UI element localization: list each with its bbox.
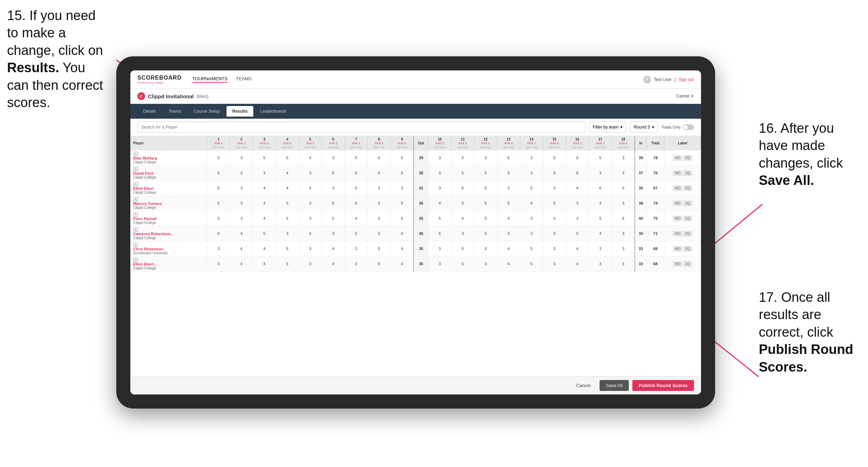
score-hole-7-row-6[interactable]: 3 (345, 241, 367, 256)
back-hole-11-row-6[interactable]: 5 (451, 241, 474, 256)
score-hole-9-row-0[interactable]: 5 (390, 150, 414, 166)
back-hole-18-row-6[interactable]: 3 (612, 241, 635, 256)
tab-course-setup[interactable]: Course Setup (188, 106, 225, 117)
back-hole-15-row-0[interactable]: 5 (543, 150, 566, 166)
back-hole-14-row-4[interactable]: 3 (520, 211, 543, 226)
dq-button-row-2[interactable]: DQ (683, 186, 692, 191)
score-hole-3-row-2[interactable]: 4 (253, 181, 276, 196)
score-hole-8-row-1[interactable]: 4 (367, 166, 390, 181)
back-hole-10-row-5[interactable]: 6 (428, 226, 451, 241)
score-hole-8-row-0[interactable]: 6 (367, 150, 390, 166)
tab-teams[interactable]: Teams (163, 106, 187, 117)
back-hole-18-row-3[interactable]: 3 (612, 196, 635, 211)
back-hole-10-row-3[interactable]: 4 (428, 196, 451, 211)
back-hole-13-row-7[interactable]: 4 (497, 256, 520, 272)
score-hole-5-row-3[interactable]: 3 (299, 196, 322, 211)
back-hole-11-row-5[interactable]: 3 (451, 226, 474, 241)
back-hole-12-row-7[interactable]: 3 (474, 256, 497, 272)
back-hole-15-row-2[interactable]: 3 (543, 181, 566, 196)
score-hole-3-row-0[interactable]: 5 (253, 150, 276, 166)
back-hole-14-row-6[interactable]: 5 (520, 241, 543, 256)
wd-button-row-7[interactable]: WD (673, 261, 682, 267)
back-hole-16-row-3[interactable]: 3 (566, 196, 589, 211)
back-hole-10-row-6[interactable]: 3 (428, 241, 451, 256)
dq-button-row-5[interactable]: DQ (683, 231, 692, 236)
back-hole-13-row-4[interactable]: 4 (497, 211, 520, 226)
score-hole-1-row-7[interactable]: 3 (207, 256, 230, 272)
cancel-button[interactable]: Cancel (571, 380, 596, 391)
back-hole-18-row-4[interactable]: 6 (612, 211, 635, 226)
back-hole-17-row-6[interactable]: 3 (589, 241, 612, 256)
back-hole-16-row-6[interactable]: 4 (566, 241, 589, 256)
back-hole-12-row-6[interactable]: 3 (474, 241, 497, 256)
score-hole-7-row-0[interactable]: 5 (345, 150, 367, 166)
dq-button-row-6[interactable]: DQ (683, 246, 692, 251)
score-hole-1-row-2[interactable]: 5 (207, 181, 230, 196)
dq-button-row-1[interactable]: DQ (683, 170, 692, 176)
score-hole-9-row-6[interactable]: 4 (390, 241, 414, 256)
score-hole-2-row-0[interactable]: 3 (230, 150, 253, 166)
score-hole-5-row-1[interactable]: 3 (299, 166, 322, 181)
wd-button-row-6[interactable]: WD (673, 246, 682, 251)
wd-button-row-3[interactable]: WD (673, 201, 682, 206)
score-hole-3-row-4[interactable]: 4 (253, 211, 276, 226)
dq-button-row-7[interactable]: DQ (683, 261, 692, 267)
back-hole-11-row-4[interactable]: 4 (451, 211, 474, 226)
back-hole-12-row-4[interactable]: 5 (474, 211, 497, 226)
wd-button-row-0[interactable]: WD (673, 155, 682, 161)
back-hole-15-row-1[interactable]: 5 (543, 166, 566, 181)
back-hole-12-row-0[interactable]: 3 (474, 150, 497, 166)
back-hole-15-row-4[interactable]: 4 (543, 211, 566, 226)
score-hole-6-row-4[interactable]: 5 (322, 211, 345, 226)
score-hole-6-row-3[interactable]: 5 (322, 196, 345, 211)
back-hole-13-row-3[interactable]: 5 (497, 196, 520, 211)
back-hole-12-row-2[interactable]: 5 (474, 181, 497, 196)
tab-leaderboards[interactable]: Leaderboards (255, 106, 292, 117)
back-hole-10-row-4[interactable]: 5 (428, 211, 451, 226)
score-hole-4-row-7[interactable]: 5 (276, 256, 299, 272)
back-hole-14-row-2[interactable]: 5 (520, 181, 543, 196)
back-hole-17-row-5[interactable]: 4 (589, 226, 612, 241)
score-hole-4-row-2[interactable]: 4 (276, 181, 299, 196)
back-hole-10-row-1[interactable]: 3 (428, 166, 451, 181)
back-hole-16-row-5[interactable]: 5 (566, 226, 589, 241)
score-hole-2-row-6[interactable]: 4 (230, 241, 253, 256)
wd-button-row-2[interactable]: WD (673, 186, 682, 191)
back-hole-11-row-3[interactable]: 5 (451, 196, 474, 211)
score-hole-6-row-7[interactable]: 4 (322, 256, 345, 272)
back-hole-13-row-0[interactable]: 6 (497, 150, 520, 166)
back-hole-15-row-6[interactable]: 3 (543, 241, 566, 256)
nav-link-tournaments[interactable]: TOURNAMENTS (192, 76, 228, 83)
dq-button-row-0[interactable]: DQ (683, 155, 692, 161)
score-hole-5-row-0[interactable]: 4 (299, 150, 322, 166)
score-hole-5-row-7[interactable]: 3 (299, 256, 322, 272)
score-hole-7-row-1[interactable]: 6 (345, 166, 367, 181)
back-hole-14-row-7[interactable]: 5 (520, 256, 543, 272)
back-hole-15-row-5[interactable]: 3 (543, 226, 566, 241)
score-hole-1-row-1[interactable]: 6 (207, 166, 230, 181)
score-hole-8-row-3[interactable]: 3 (367, 196, 390, 211)
back-hole-14-row-1[interactable]: 3 (520, 166, 543, 181)
nav-link-teams[interactable]: TEAMS (236, 76, 252, 83)
score-hole-8-row-7[interactable]: 5 (367, 256, 390, 272)
back-hole-18-row-1[interactable]: 3 (612, 166, 635, 181)
score-hole-7-row-5[interactable]: 5 (345, 226, 367, 241)
score-hole-1-row-4[interactable]: 3 (207, 211, 230, 226)
score-hole-5-row-6[interactable]: 3 (299, 241, 322, 256)
score-hole-7-row-2[interactable]: 5 (345, 181, 367, 196)
score-hole-1-row-6[interactable]: 3 (207, 241, 230, 256)
score-hole-9-row-5[interactable]: 4 (390, 226, 414, 241)
score-hole-4-row-6[interactable]: 5 (276, 241, 299, 256)
score-hole-9-row-3[interactable]: 5 (390, 196, 414, 211)
back-hole-16-row-7[interactable]: 4 (566, 256, 589, 272)
score-hole-2-row-4[interactable]: 3 (230, 211, 253, 226)
back-hole-10-row-2[interactable]: 3 (428, 181, 451, 196)
dq-button-row-3[interactable]: DQ (683, 201, 692, 206)
back-hole-16-row-1[interactable]: 6 (566, 166, 589, 181)
score-hole-1-row-0[interactable]: 3 (207, 150, 230, 166)
wd-button-row-1[interactable]: WD (673, 170, 682, 176)
back-hole-12-row-5[interactable]: 5 (474, 226, 497, 241)
back-hole-14-row-0[interactable]: 3 (520, 150, 543, 166)
score-hole-8-row-4[interactable]: 3 (367, 211, 390, 226)
score-hole-2-row-2[interactable]: 3 (230, 181, 253, 196)
